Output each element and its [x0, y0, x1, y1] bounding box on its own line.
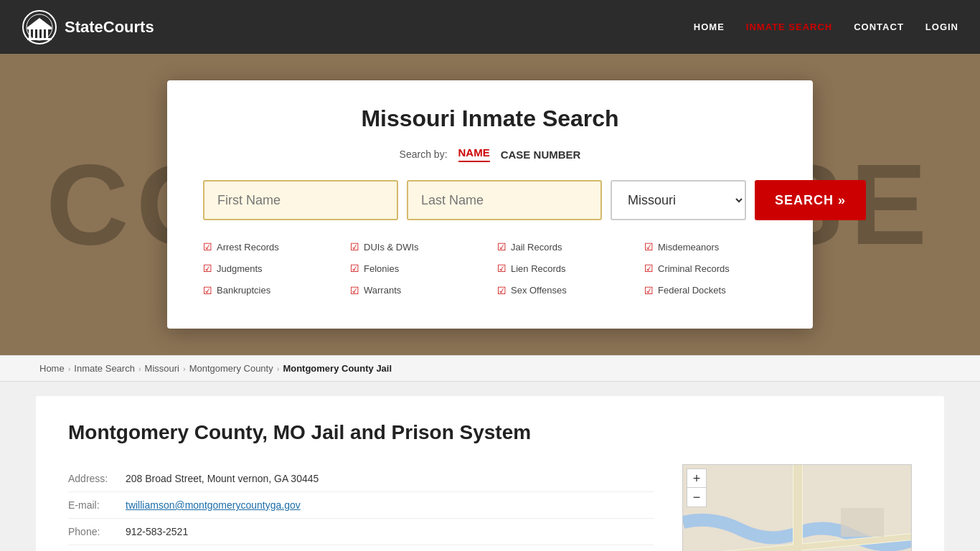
nav-contact[interactable]: CONTACT [854, 22, 904, 32]
svg-marker-8 [27, 18, 52, 27]
feature-item: ☑Judgments [203, 260, 336, 278]
nav-login[interactable]: LOGIN [925, 22, 958, 32]
check-icon: ☑ [203, 238, 212, 256]
check-icon: ☑ [644, 260, 654, 278]
feature-label: Jail Records [511, 239, 562, 255]
feature-label: Criminal Records [658, 260, 730, 277]
fax-label: Fax: [68, 545, 126, 552]
map-zoom-in[interactable]: + [687, 469, 706, 488]
last-name-input[interactable] [407, 180, 602, 220]
nav-home[interactable]: HOME [694, 22, 725, 32]
svg-rect-3 [33, 29, 35, 38]
breadcrumb: Home › Inmate Search › Missouri › Montgo… [0, 355, 980, 382]
phone-label: Phone: [68, 519, 126, 545]
feature-item: ☑Jail Records [497, 238, 630, 256]
feature-item: ☑Criminal Records [644, 260, 777, 278]
feature-item: ☑Warrants [350, 282, 483, 300]
content-area: Montgomery County, MO Jail and Prison Sy… [36, 396, 944, 551]
svg-rect-19 [841, 508, 884, 537]
check-icon: ☑ [644, 282, 654, 300]
check-icon: ☑ [644, 238, 654, 256]
email-label: E-mail: [68, 492, 126, 519]
logo-text: StateCourts [65, 18, 154, 37]
state-select[interactable]: AlabamaAlaskaArizonaArkansasCaliforniaCo… [611, 180, 746, 220]
header: StateCourts HOME INMATE SEARCH CONTACT L… [0, 0, 980, 54]
hero-section: COURTHOUSE Missouri Inmate Search Search… [0, 54, 980, 355]
breadcrumb-sep-2: › [138, 364, 141, 373]
feature-item: ☑Misdemeanors [644, 238, 777, 256]
map-svg: US 221 56 [683, 465, 912, 551]
feature-label: Warrants [364, 282, 401, 298]
feature-label: Misdemeanors [658, 239, 719, 255]
content-left: Montgomery County, MO Jail and Prison Sy… [68, 421, 654, 551]
feature-item: ☑Federal Dockets [644, 282, 777, 300]
check-icon: ☑ [350, 282, 359, 300]
breadcrumb-sep-3: › [183, 364, 186, 373]
check-icon: ☑ [497, 282, 507, 300]
nav: HOME INMATE SEARCH CONTACT LOGIN [694, 22, 958, 32]
svg-rect-6 [46, 29, 48, 38]
check-icon: ☑ [497, 260, 507, 278]
logo-icon [22, 9, 57, 45]
feature-label: DUIs & DWIs [364, 239, 419, 255]
feature-item: ☑DUIs & DWIs [350, 238, 483, 256]
breadcrumb-sep-1: › [68, 364, 71, 373]
feature-item: ☑Arrest Records [203, 238, 336, 256]
svg-rect-9 [27, 38, 52, 40]
feature-label: Arrest Records [217, 239, 279, 255]
breadcrumb-inmate-search[interactable]: Inmate Search [74, 363, 135, 374]
fax-value: 912-583-4701 [126, 545, 654, 552]
search-by-row: Search by: NAME CASE NUMBER [203, 146, 777, 162]
feature-label: Lien Records [511, 260, 566, 277]
feature-item: ☑Felonies [350, 260, 483, 278]
check-icon: ☑ [203, 260, 212, 278]
tab-name[interactable]: NAME [458, 146, 490, 162]
svg-rect-2 [29, 29, 31, 38]
info-table: Address: 208 Broad Street, Mount vernon,… [68, 466, 654, 551]
tab-case-number[interactable]: CASE NUMBER [501, 149, 581, 161]
check-icon: ☑ [350, 238, 359, 256]
feature-item: ☑Bankruptcies [203, 282, 336, 300]
feature-label: Felonies [364, 260, 399, 277]
email-row: E-mail: twilliamson@montgomerycountyga.g… [68, 492, 654, 519]
breadcrumb-county[interactable]: Montgomery County [189, 363, 273, 374]
feature-label: Federal Dockets [658, 282, 726, 298]
check-icon: ☑ [203, 282, 212, 300]
breadcrumb-current: Montgomery County Jail [283, 363, 392, 374]
svg-rect-7 [27, 27, 52, 29]
email-link[interactable]: twilliamson@montgomerycountyga.gov [126, 499, 301, 511]
logo[interactable]: StateCourts [22, 9, 154, 45]
search-button[interactable]: SEARCH » [755, 180, 866, 220]
check-icon: ☑ [497, 238, 507, 256]
address-value: 208 Broad Street, Mount vernon, GA 30445 [126, 466, 654, 492]
svg-rect-4 [37, 29, 39, 38]
phone-value: 912-583-2521 [126, 519, 654, 545]
address-label: Address: [68, 466, 126, 492]
breadcrumb-home[interactable]: Home [39, 363, 65, 374]
address-row: Address: 208 Broad Street, Mount vernon,… [68, 466, 654, 492]
search-inputs: AlabamaAlaskaArizonaArkansasCaliforniaCo… [203, 180, 777, 220]
content-inner: Montgomery County, MO Jail and Prison Sy… [68, 421, 912, 551]
svg-rect-5 [42, 29, 44, 38]
breadcrumb-state[interactable]: Missouri [145, 363, 179, 374]
breadcrumb-sep-4: › [277, 364, 280, 373]
feature-item: ☑Sex Offenses [497, 282, 630, 300]
feature-label: Bankruptcies [217, 282, 270, 298]
feature-label: Judgments [217, 260, 263, 277]
search-by-label: Search by: [400, 149, 448, 160]
jail-title: Montgomery County, MO Jail and Prison Sy… [68, 421, 654, 444]
feature-label: Sex Offenses [511, 282, 567, 298]
search-modal: Missouri Inmate Search Search by: NAME C… [167, 80, 813, 329]
map-zoom-controls: + − [687, 468, 707, 507]
modal-title: Missouri Inmate Search [203, 105, 777, 132]
features-grid: ☑Arrest Records☑DUIs & DWIs☑Jail Records… [203, 238, 777, 300]
check-icon: ☑ [350, 260, 359, 278]
map-zoom-out[interactable]: − [687, 488, 706, 507]
fax-row: Fax: 912-583-4701 [68, 545, 654, 552]
phone-row: Phone: 912-583-2521 [68, 519, 654, 545]
first-name-input[interactable] [203, 180, 398, 220]
nav-inmate-search[interactable]: INMATE SEARCH [746, 22, 832, 32]
feature-item: ☑Lien Records [497, 260, 630, 278]
email-value: twilliamson@montgomerycountyga.gov [126, 492, 654, 519]
map-container: + − US 221 56 [682, 464, 912, 551]
